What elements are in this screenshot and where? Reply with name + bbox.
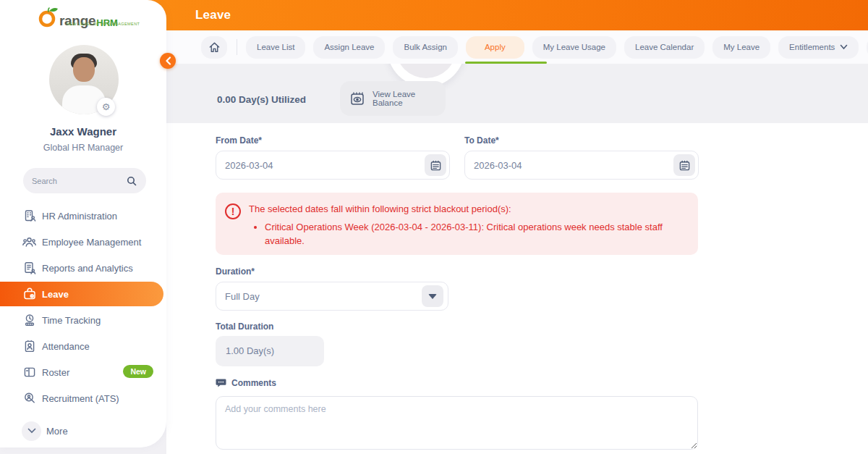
tab-label: My Leave Usage [543,36,605,59]
sidebar-item-leave[interactable]: Leave [0,282,163,306]
tab-apply[interactable]: Apply [466,36,524,59]
to-date-label: To Date* [464,135,499,146]
orange-fruit-icon [38,5,59,28]
search-input[interactable] [32,177,126,185]
to-date-calendar-button[interactable] [673,154,695,176]
active-tab-underline [465,62,547,64]
roster-icon [22,365,37,380]
tab-label: Bulk Assign [404,36,446,59]
home-icon [208,41,221,54]
sidebar-item-label: Reports and Analytics [42,263,133,274]
sidebar-item-label: HR Administration [42,211,117,222]
sidebar-item-hr-administration[interactable]: HR Administration [0,203,166,229]
gear-icon[interactable]: ⚙ [97,98,115,116]
tab-leave-calendar[interactable]: Leave Calendar [624,36,705,59]
employee-management-icon [22,235,37,250]
attendance-icon [22,339,37,354]
time-tracking-icon [22,313,37,328]
tab-label: Leave List [257,36,294,59]
sidebar-item-label: Employee Management [42,237,141,248]
total-duration-label: Total Duration [216,321,273,332]
hr-administration-icon [22,209,37,224]
sidebar-item-attendance[interactable]: Attendance [0,333,166,359]
view-balance-label: View Leave Balance [373,90,437,107]
comments-textarea[interactable] [216,396,698,450]
page-title: Leave [195,0,231,30]
search-icon[interactable] [126,175,137,187]
user-role: Global HR Manager [0,143,166,153]
blackout-period-alert: ! The selected dates fall within followi… [216,193,698,255]
view-leave-balance-button[interactable]: View Leave Balance [340,81,446,116]
duration-label: Duration* [216,266,255,277]
recruitment-icon [22,391,37,406]
sidebar-item-label: Time Tracking [42,315,101,326]
tab-entitlements[interactable]: Entitlements [778,36,859,59]
tab-label: My Leave [723,36,760,59]
tab-divider [237,39,237,55]
total-duration-value: 1.00 Day(s) [216,336,324,366]
leave-icon [22,287,37,302]
tab-label: Entitlements [789,36,835,59]
from-date-calendar-button[interactable] [425,154,446,176]
sidebar: range HRM NEW LEVEL OF HR MANAGEMENT ⚙ J… [0,0,166,447]
sidebar-item-time-tracking[interactable]: Time Tracking [0,307,166,333]
view-balance-icon [349,90,366,107]
reports-icon [22,261,37,276]
comments-header: Comments [216,378,276,388]
sidebar-item-label: Roster [42,367,69,378]
new-badge: New [123,365,153,378]
from-date-label: From Date* [216,135,262,146]
sidebar-menu: HR Administration Employee Management [0,203,166,444]
sidebar-item-label: Leave [42,289,69,300]
illustration-inner [396,64,456,78]
duration-select[interactable]: Full Day [216,282,448,311]
sidebar-item-reports-analytics[interactable]: Reports and Analytics [0,255,166,281]
days-utilized-text: 0.00 Day(s) Utilized [217,94,306,105]
user-name: Jaxx Wagner [0,125,166,138]
duration-caret-button[interactable] [422,285,443,307]
alert-body: The selected dates fall within following… [249,203,670,248]
calendar-icon [430,159,442,172]
tab-home[interactable] [201,36,227,59]
duration-value: Full Day [225,291,422,302]
tab-label: Leave Calendar [635,36,694,59]
sidebar-item-recruitment[interactable]: Recruitment (ATS) [0,385,166,411]
sidebar-item-employee-management[interactable]: Employee Management [0,229,166,255]
sidebar-item-label: Attendance [42,341,90,352]
tab-label: Apply [485,36,506,59]
alert-icon: ! [225,203,241,219]
tab-label: Assign Leave [324,36,374,59]
comments-label: Comments [231,378,276,388]
comments-icon [216,378,226,388]
tab-my-leave-usage[interactable]: My Leave Usage [532,36,616,59]
sidebar-item-label: More [46,426,68,437]
logo-range-text: range [59,14,95,28]
leave-balance-strip: 0.00 Day(s) Utilized View Leave Balance [166,64,868,123]
chevron-down-icon [840,44,848,50]
calendar-icon [678,159,691,172]
sidebar-item-roster[interactable]: Roster New [0,359,166,385]
tab-my-leave[interactable]: My Leave [712,36,770,59]
alert-item: Critical Operations Week (2026-03-04 - 2… [265,220,670,248]
chevron-down-icon [22,421,41,441]
sidebar-search [23,168,146,193]
dropdown-caret-icon [428,294,437,299]
sidebar-item-more[interactable]: More [0,418,166,444]
tab-assign-leave[interactable]: Assign Leave [313,36,385,59]
avatar-face [73,57,95,82]
tab-leave-list[interactable]: Leave List [246,36,305,59]
alert-title: The selected dates fall within following… [249,203,670,214]
logo-tagline: NEW LEVEL OF HR MANAGEMENT [67,22,140,26]
tab-bulk-assign[interactable]: Bulk Assign [393,36,457,59]
from-date-input[interactable] [216,151,450,180]
apply-leave-form: From Date* To Date* ! The selected dates… [166,123,868,454]
leave-tab-bar: Leave List Assign Leave Bulk Assign Appl… [166,30,868,64]
sidebar-collapse-button[interactable] [160,53,176,69]
sidebar-item-label: Recruitment (ATS) [42,393,119,404]
collapse-icon [165,56,171,65]
to-date-input[interactable] [464,151,699,180]
